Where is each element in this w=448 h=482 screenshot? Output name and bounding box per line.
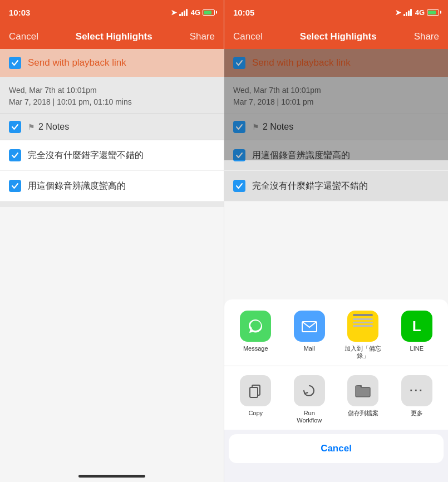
left-playback-checkbox[interactable] [9,57,21,69]
right-battery-fill [428,11,436,14]
share-action-save[interactable]: 儲存到檔案 [343,375,383,417]
left-location-icon: ➤ [171,8,177,17]
share-cancel-button[interactable]: Cancel [229,434,444,463]
right-highlight-text-2: 完全沒有什麼錯字還蠻不錯的 [252,180,368,192]
left-meta-line1: Wed, Mar 7th at 10:01pm [9,85,215,96]
message-label: Message [243,345,268,352]
share-app-notes[interactable]: 加入到「備忘錄」 [343,311,383,360]
left-network-label: 4G [191,8,200,17]
more-label: 更多 [411,410,423,417]
right-playback-row[interactable]: Send with playback link [224,49,448,77]
right-notes-checkbox[interactable] [233,121,245,133]
left-highlight-item-1[interactable]: 完全沒有什麼錯字還蠻不錯的 [0,140,224,171]
left-highlight-checkbox-1[interactable] [9,149,21,161]
right-nav-title: Select Highlights [300,31,377,42]
left-playback-label: Send with playback link [28,57,126,68]
right-notes-row[interactable]: ⚑ 2 Notes [224,114,448,140]
right-meta-line2: Mar 7, 2018 | 10:01 pm [233,96,439,108]
right-location-icon: ➤ [395,8,401,17]
share-app-mail[interactable]: Mail [289,311,329,352]
left-status-icons: ➤ 4G [171,8,215,17]
right-nav-bar: Cancel Select Highlights Share [224,24,448,49]
left-panel: 10:03 ➤ 4G Cancel Select Highlights Shar… [0,0,224,482]
left-cancel-button[interactable]: Cancel [9,31,38,42]
right-notes-count: 2 Notes [263,122,293,132]
right-content-area: Send with playback link Wed, Mar 7th at … [224,49,448,201]
share-sheet: Message Mail 加入到「備忘錄」 [224,299,448,482]
left-highlight-checkbox-2[interactable] [9,180,21,192]
right-status-icons: ➤ 4G [395,8,439,17]
share-actions-row: Copy Run Workflow [224,366,448,430]
left-meta-line2: Mar 7, 2018 | 10:01 pm, 01:10 mins [9,96,215,108]
share-action-copy[interactable]: Copy [235,375,275,417]
left-notes-count: 2 Notes [38,122,69,132]
mail-icon[interactable] [294,311,325,342]
right-meta-line1: Wed, Mar 7th at 10:01pm [233,85,439,96]
workflow-label: Run Workflow [297,410,322,424]
copy-icon[interactable] [240,375,271,406]
notes-icon[interactable] [347,311,378,342]
left-nav-bar: Cancel Select Highlights Share [0,24,224,49]
mail-label: Mail [304,345,315,352]
more-icon[interactable]: ··· [401,375,432,406]
left-nav-title: Select Highlights [76,31,152,42]
right-playback-label: Send with playback link [252,57,351,68]
workflow-icon[interactable] [294,375,325,406]
right-signal-bars [403,8,412,16]
share-action-workflow[interactable]: Run Workflow [289,375,329,424]
right-playback-checkbox[interactable] [233,57,245,69]
share-apps-row: Message Mail 加入到「備忘錄」 [224,299,448,365]
left-battery-fill [204,11,211,14]
right-notes-label: ⚑ 2 Notes [252,122,293,132]
share-action-more[interactable]: ··· 更多 [397,375,437,417]
left-battery-icon [203,9,215,16]
left-signal-bars [179,8,188,16]
right-panel: 10:05 ➤ 4G Cancel Select Highlights Shar… [224,0,448,482]
right-time: 10:05 [233,8,254,17]
left-home-indicator [78,475,145,478]
right-battery-icon [427,9,439,16]
right-highlight-item-1[interactable]: 用這個錄音辨識度蠻高的 [224,140,448,171]
share-app-line[interactable]: L LINE [397,311,437,352]
copy-label: Copy [248,410,263,417]
notes-label: 加入到「備忘錄」 [343,345,383,360]
right-cancel-button[interactable]: Cancel [233,31,263,42]
left-time: 10:03 [9,8,30,17]
left-highlight-text-1: 完全沒有什麼錯字還蠻不錯的 [28,150,144,161]
left-status-bar: 10:03 ➤ 4G [0,0,224,24]
line-icon[interactable]: L [401,311,432,342]
left-meta-section: Wed, Mar 7th at 10:01pm Mar 7, 2018 | 10… [0,77,224,114]
message-icon[interactable] [240,311,271,342]
right-flag-icon: ⚑ [252,122,259,131]
left-highlight-text-2: 用這個錄音辨識度蠻高的 [28,180,126,192]
left-highlight-item-2[interactable]: 用這個錄音辨識度蠻高的 [0,171,224,201]
left-notes-checkbox[interactable] [9,121,21,133]
right-meta-section: Wed, Mar 7th at 10:01pm Mar 7, 2018 | 10… [224,77,448,114]
save-label: 儲存到檔案 [348,410,378,417]
left-divider [0,201,224,207]
right-highlight-item-2[interactable]: 完全沒有什麼錯字還蠻不錯的 [224,171,448,201]
save-icon[interactable] [347,375,378,406]
right-highlight-checkbox-2[interactable] [233,180,245,192]
right-network-label: 4G [415,8,425,17]
share-sheet-spacer [224,463,448,482]
right-status-bar: 10:05 ➤ 4G [224,0,448,24]
svg-rect-2 [250,387,258,397]
left-notes-label: ⚑ 2 Notes [28,122,69,132]
line-label: LINE [410,345,424,352]
right-highlight-text-1: 用這個錄音辨識度蠻高的 [252,150,350,161]
right-share-button[interactable]: Share [414,31,439,42]
left-notes-row[interactable]: ⚑ 2 Notes [0,114,224,140]
right-highlight-checkbox-1[interactable] [233,149,245,161]
left-share-button[interactable]: Share [190,31,215,42]
left-playback-row[interactable]: Send with playback link [0,49,224,77]
share-app-message[interactable]: Message [235,311,275,352]
left-flag-icon: ⚑ [28,122,35,131]
